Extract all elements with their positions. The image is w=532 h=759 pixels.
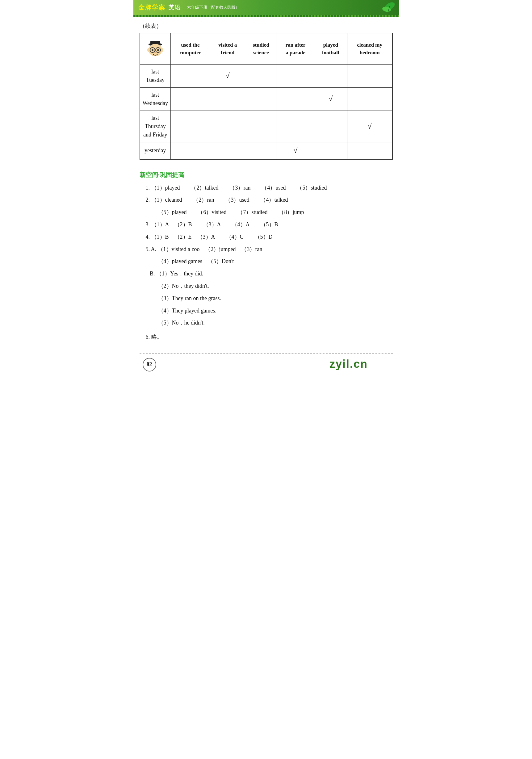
checkmark: √: [293, 146, 297, 154]
svg-point-11: [152, 49, 153, 51]
table-wrapper: used thecomputer visited afriend studied…: [133, 33, 399, 166]
checkmark: √: [226, 72, 230, 80]
answer-5a-cont: （4）played games （5）Don't: [158, 256, 393, 267]
cell-thufri-science: [245, 111, 277, 142]
table-row: lastTuesday √: [140, 64, 392, 88]
cell-thufri-computer: [171, 111, 210, 142]
answer-5b-3: （3）They ran on the grass.: [158, 293, 393, 304]
cell-thufri-parade: [277, 111, 314, 142]
row-label-wednesday: lastWednesday: [140, 88, 171, 111]
cell-wed-friend: [210, 88, 245, 111]
footer-logo: zyil.cn: [328, 357, 390, 373]
answer-5b-2: （2）No，they didn't.: [158, 280, 393, 292]
answers-section: 1. （1）played （2）talked （3）ran （4）used （5…: [133, 182, 399, 353]
footer-logo-svg: zyil.cn: [328, 357, 390, 370]
row-label-thursday-friday: lastThursdayand Friday: [140, 111, 171, 142]
cell-yes-science: [245, 142, 277, 159]
avatar-header-cell: [140, 33, 171, 64]
answer-2-cont: （5）played （6）visited （7）studied （8）jump: [158, 207, 393, 218]
table-header-row: used thecomputer visited afriend studied…: [140, 33, 392, 64]
svg-point-14: [147, 48, 150, 52]
avatar-icon: [143, 36, 168, 61]
cell-wed-bedroom: [347, 88, 392, 111]
checkmark: √: [329, 95, 333, 103]
cell-tue-football: [314, 64, 347, 88]
cell-tue-parade: [277, 64, 314, 88]
cell-yes-parade: √: [277, 142, 314, 159]
page-footer: 82 zyil.cn: [140, 353, 393, 376]
col-ran-parade: ran aftera parade: [277, 33, 314, 64]
cell-yes-friend: [210, 142, 245, 159]
row-label-tuesday: lastTuesday: [140, 64, 171, 88]
cell-wed-computer: [171, 88, 210, 111]
col-studied-science: studiedscience: [245, 33, 277, 64]
cell-tue-friend: √: [210, 64, 245, 88]
brand-title: 金牌学案: [138, 3, 166, 12]
page-header: 金牌学案 英语 六年级下册（配套教人民版）: [133, 0, 399, 15]
answer-5b: B. （1）Yes，they did.: [146, 268, 393, 280]
cell-wed-football: √: [314, 88, 347, 111]
svg-text:zyil.cn: zyil.cn: [329, 358, 368, 370]
subject-title: 英语: [169, 4, 181, 11]
cell-tue-computer: [171, 64, 210, 88]
cell-tue-bedroom: [347, 64, 392, 88]
cell-yes-bedroom: [347, 142, 392, 159]
answer-6: 6. 略。: [146, 331, 393, 343]
col-visited-friend: visited afriend: [210, 33, 245, 64]
answer-2: 2. （1）cleaned （2）ran （3）used （4）talked: [146, 194, 393, 206]
answer-5b-5: （5）No，he didn't.: [158, 317, 393, 329]
svg-point-15: [161, 48, 163, 52]
cell-wed-science: [245, 88, 277, 111]
table-row: yesterday √: [140, 142, 392, 159]
answer-5a: 5. A. （1）visited a zoo （2）jumped （3）ran: [146, 244, 393, 255]
svg-point-12: [157, 49, 159, 51]
col-cleaned-bedroom: cleaned mybedroom: [347, 33, 392, 64]
answer-3: 3. （1）A （2）B （3）A （4）A （5）B: [146, 219, 393, 231]
continuation-label: （续表）: [133, 17, 399, 33]
answer-4: 4. （1）B （2）E （3）A （4）C （5）D: [146, 231, 393, 243]
svg-point-13: [154, 52, 156, 53]
row-label-yesterday: yesterday: [140, 142, 171, 159]
page-number: 82: [143, 358, 156, 372]
answer-1: 1. （1）played （2）talked （3）ran （4）used （5…: [146, 182, 393, 194]
cell-thufri-friend: [210, 111, 245, 142]
table-row: lastWednesday √: [140, 88, 392, 111]
cell-thufri-football: [314, 111, 347, 142]
col-played-football: playedfootball: [314, 33, 347, 64]
activities-table: used thecomputer visited afriend studied…: [140, 33, 393, 160]
cell-yes-computer: [171, 142, 210, 159]
checkmark: √: [368, 122, 372, 130]
section-heading: 新空间·巩固提高: [133, 166, 399, 182]
table-row: lastThursdayand Friday √: [140, 111, 392, 142]
cell-thufri-bedroom: √: [347, 111, 392, 142]
col-used-computer: used thecomputer: [171, 33, 210, 64]
cell-tue-science: [245, 64, 277, 88]
cell-wed-parade: [277, 88, 314, 111]
cell-yes-football: [314, 142, 347, 159]
leaf-decoration: [380, 1, 396, 14]
answer-5b-4: （4）They played games.: [158, 305, 393, 317]
grade-subtitle: 六年级下册（配套教人民版）: [187, 5, 239, 10]
